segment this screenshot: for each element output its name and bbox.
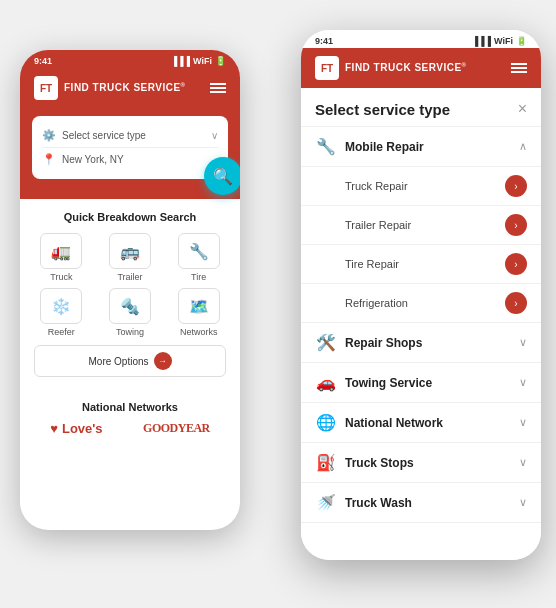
tire-repair-arrow-icon[interactable]: › — [505, 253, 527, 275]
location-row[interactable]: 📍 New York, NY — [42, 147, 218, 171]
mobile-repair-header[interactable]: 🔧 Mobile Repair ∧ — [301, 127, 541, 166]
truck-label: Truck — [50, 272, 72, 282]
mobile-repair-chevron-icon: ∧ — [519, 140, 527, 153]
truck-stops-left: ⛽ Truck Stops — [315, 453, 414, 472]
quick-item-towing[interactable]: 🔩 Towing — [99, 288, 162, 337]
truck-wash-icon: 🚿 — [315, 493, 337, 512]
trailer-repair-arrow-icon[interactable]: › — [505, 214, 527, 236]
truck-stops-icon: ⛽ — [315, 453, 337, 472]
national-network-icon: 🌐 — [315, 413, 337, 432]
quick-item-truck[interactable]: 🚛 Truck — [30, 233, 93, 282]
right-hamburger-menu[interactable] — [511, 63, 527, 73]
right-logo: FT FIND TRUCK SERVICE® — [315, 56, 467, 80]
right-logo-icon: FT — [315, 56, 339, 80]
national-networks-section: National Networks ♥ Love's GOODYEAR — [20, 393, 240, 444]
left-logo-text: FIND TRUCK SERVICE® — [64, 82, 186, 93]
service-type-modal: Select service type × 🔧 Mobile Repair ∧ … — [301, 88, 541, 560]
trailer-icon-box: 🚌 — [109, 233, 151, 269]
repair-shops-label: Repair Shops — [345, 336, 422, 350]
national-network-left: 🌐 National Network — [315, 413, 443, 432]
left-logo-icon: FT — [34, 76, 58, 100]
towing-label: Towing — [116, 327, 144, 337]
trailer-label: Trailer — [117, 272, 142, 282]
refrigeration-label: Refrigeration — [345, 297, 408, 309]
search-fab-button[interactable]: 🔍 — [204, 157, 240, 195]
reefer-label: Reefer — [48, 327, 75, 337]
left-search-box: ⚙️ Select service type ∨ 📍 New York, NY — [32, 116, 228, 179]
towing-service-left: 🚗 Towing Service — [315, 373, 432, 392]
search-magnify-icon: 🔍 — [213, 167, 233, 186]
towing-service-label: Towing Service — [345, 376, 432, 390]
left-phone: 9:41 ▐▐▐ WiFi 🔋 FT FIND TRUCK SERVICE® ⚙… — [20, 50, 240, 530]
trailer-repair-label: Trailer Repair — [345, 219, 411, 231]
repair-shops-left: 🛠️ Repair Shops — [315, 333, 422, 352]
modal-close-button[interactable]: × — [518, 100, 527, 118]
repair-shops-chevron-icon: ∨ — [519, 336, 527, 349]
towing-service-chevron-icon: ∨ — [519, 376, 527, 389]
modal-title-row: Select service type × — [301, 88, 541, 127]
quick-item-networks[interactable]: 🗺️ Networks — [167, 288, 230, 337]
sub-truck-repair[interactable]: Truck Repair › — [301, 166, 541, 205]
right-phone-body: 9:41 ▐▐▐ WiFi 🔋 FT FIND TRUCK SERVICE® — [301, 30, 541, 560]
towing-icon-box: 🔩 — [109, 288, 151, 324]
truck-wash-header[interactable]: 🚿 Truck Wash ∨ — [301, 483, 541, 522]
truck-repair-label: Truck Repair — [345, 180, 408, 192]
right-app-header: FT FIND TRUCK SERVICE® — [301, 48, 541, 88]
left-logo: FT FIND TRUCK SERVICE® — [34, 76, 186, 100]
truck-stops-header[interactable]: ⛽ Truck Stops ∨ — [301, 443, 541, 482]
category-truck-stops: ⛽ Truck Stops ∨ — [301, 443, 541, 483]
national-network-header[interactable]: 🌐 National Network ∨ — [301, 403, 541, 442]
category-mobile-repair: 🔧 Mobile Repair ∧ Truck Repair › Trailer… — [301, 127, 541, 323]
quick-item-tire[interactable]: 🔧 Tire — [167, 233, 230, 282]
quick-breakdown-section: Quick Breakdown Search 🚛 Truck 🚌 Trailer… — [20, 199, 240, 393]
modal-title: Select service type — [315, 101, 450, 118]
tire-icon-box: 🔧 — [178, 233, 220, 269]
networks-logos: ♥ Love's GOODYEAR — [30, 421, 230, 436]
national-network-label: National Network — [345, 416, 443, 430]
truck-wash-label: Truck Wash — [345, 496, 412, 510]
loves-heart-icon: ♥ — [50, 421, 58, 436]
more-options-button[interactable]: More Options → — [34, 345, 226, 377]
quick-breakdown-title: Quick Breakdown Search — [30, 211, 230, 223]
left-status-bar: 9:41 ▐▐▐ WiFi 🔋 — [20, 50, 240, 68]
right-phone: 9:41 ▐▐▐ WiFi 🔋 FT FIND TRUCK SERVICE® — [301, 30, 541, 560]
category-repair-shops: 🛠️ Repair Shops ∨ — [301, 323, 541, 363]
quick-icon-grid: 🚛 Truck 🚌 Trailer 🔧 Tire ❄️ Reefer 🔩 Tow… — [30, 233, 230, 337]
loves-logo[interactable]: ♥ Love's — [50, 421, 102, 436]
location-icon: 📍 — [42, 153, 56, 166]
sub-tire-repair[interactable]: Tire Repair › — [301, 244, 541, 283]
goodyear-logo[interactable]: GOODYEAR — [143, 421, 210, 436]
quick-item-reefer[interactable]: ❄️ Reefer — [30, 288, 93, 337]
left-time: 9:41 — [34, 56, 52, 66]
repair-shops-icon: 🛠️ — [315, 333, 337, 352]
sub-trailer-repair[interactable]: Trailer Repair › — [301, 205, 541, 244]
service-type-row[interactable]: ⚙️ Select service type ∨ — [42, 124, 218, 147]
truck-icon-box: 🚛 — [40, 233, 82, 269]
left-app-header: FT FIND TRUCK SERVICE® — [20, 68, 240, 108]
networks-icon-box: 🗺️ — [178, 288, 220, 324]
mobile-repair-left: 🔧 Mobile Repair — [315, 137, 424, 156]
left-hamburger-menu[interactable] — [210, 83, 226, 93]
more-options-arrow-icon: → — [154, 352, 172, 370]
right-status-icons: ▐▐▐ WiFi 🔋 — [472, 36, 527, 46]
truck-repair-arrow-icon[interactable]: › — [505, 175, 527, 197]
quick-item-trailer[interactable]: 🚌 Trailer — [99, 233, 162, 282]
reefer-icon-box: ❄️ — [40, 288, 82, 324]
truck-stops-label: Truck Stops — [345, 456, 414, 470]
tire-repair-label: Tire Repair — [345, 258, 399, 270]
more-options-text: More Options — [88, 356, 148, 367]
category-truck-wash: 🚿 Truck Wash ∨ — [301, 483, 541, 523]
left-search-wrapper: ⚙️ Select service type ∨ 📍 New York, NY … — [32, 116, 228, 179]
sub-refrigeration[interactable]: Refrigeration › — [301, 283, 541, 322]
mobile-repair-icon: 🔧 — [315, 137, 337, 156]
category-towing-service: 🚗 Towing Service ∨ — [301, 363, 541, 403]
towing-service-header[interactable]: 🚗 Towing Service ∨ — [301, 363, 541, 402]
networks-label: Networks — [180, 327, 218, 337]
tire-label: Tire — [191, 272, 206, 282]
refrigeration-arrow-icon[interactable]: › — [505, 292, 527, 314]
repair-shops-header[interactable]: 🛠️ Repair Shops ∨ — [301, 323, 541, 362]
service-chevron-icon: ∨ — [211, 130, 218, 141]
right-logo-text: FIND TRUCK SERVICE® — [345, 62, 467, 73]
national-network-chevron-icon: ∨ — [519, 416, 527, 429]
service-type-text: Select service type — [62, 130, 205, 141]
